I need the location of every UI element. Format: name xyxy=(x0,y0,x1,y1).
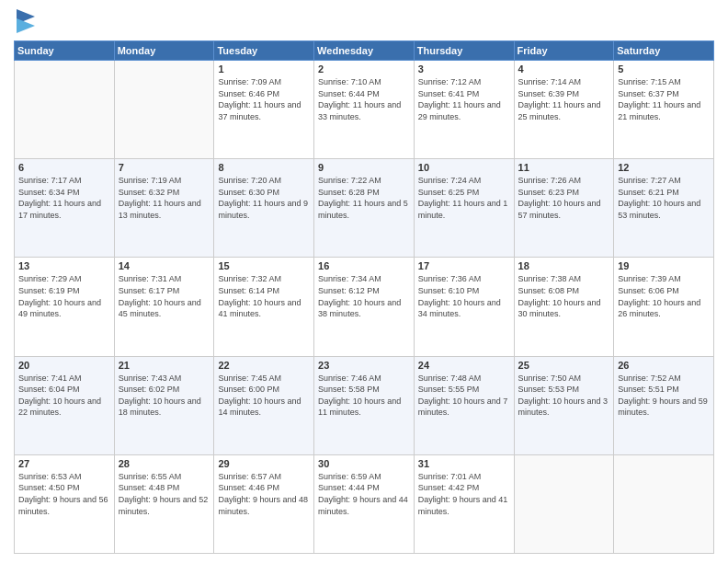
logo-icon xyxy=(17,9,35,35)
header xyxy=(14,9,714,35)
week-row-5: 27Sunrise: 6:53 AMSunset: 4:50 PMDayligh… xyxy=(15,454,714,553)
page: SundayMondayTuesdayWednesdayThursdayFrid… xyxy=(0,0,728,563)
day-number: 7 xyxy=(119,162,210,173)
day-number: 27 xyxy=(18,458,110,469)
cell-info: Sunrise: 7:38 AMSunset: 6:08 PMDaylight:… xyxy=(518,273,610,319)
day-number: 14 xyxy=(119,260,210,271)
day-number: 29 xyxy=(218,458,310,469)
calendar-cell: 26Sunrise: 7:52 AMSunset: 5:51 PMDayligh… xyxy=(614,356,714,454)
calendar-cell xyxy=(514,454,614,553)
cell-info: Sunrise: 7:34 AMSunset: 6:12 PMDaylight:… xyxy=(318,273,410,319)
col-header-friday: Friday xyxy=(514,41,614,61)
cell-info: Sunrise: 7:10 AMSunset: 6:44 PMDaylight:… xyxy=(318,76,410,122)
calendar-cell: 18Sunrise: 7:38 AMSunset: 6:08 PMDayligh… xyxy=(514,258,614,356)
col-header-wednesday: Wednesday xyxy=(314,41,415,61)
calendar-cell: 2Sunrise: 7:10 AMSunset: 6:44 PMDaylight… xyxy=(314,61,415,159)
calendar-cell: 8Sunrise: 7:20 AMSunset: 6:30 PMDaylight… xyxy=(214,159,314,258)
calendar-cell: 5Sunrise: 7:15 AMSunset: 6:37 PMDaylight… xyxy=(614,61,714,159)
day-number: 24 xyxy=(418,360,510,371)
calendar-cell: 27Sunrise: 6:53 AMSunset: 4:50 PMDayligh… xyxy=(15,454,115,553)
cell-info: Sunrise: 7:15 AMSunset: 6:37 PMDaylight:… xyxy=(618,76,710,122)
col-header-sunday: Sunday xyxy=(15,41,115,61)
calendar-cell: 17Sunrise: 7:36 AMSunset: 6:10 PMDayligh… xyxy=(414,258,514,356)
calendar-cell: 28Sunrise: 6:55 AMSunset: 4:48 PMDayligh… xyxy=(114,454,214,553)
svg-marker-1 xyxy=(17,18,35,33)
day-number: 4 xyxy=(518,63,610,75)
cell-info: Sunrise: 7:22 AMSunset: 6:28 PMDaylight:… xyxy=(318,175,410,221)
calendar-cell: 1Sunrise: 7:09 AMSunset: 6:46 PMDaylight… xyxy=(214,61,314,159)
cell-info: Sunrise: 6:57 AMSunset: 4:46 PMDaylight:… xyxy=(218,471,310,517)
day-number: 26 xyxy=(618,360,710,371)
day-number: 20 xyxy=(18,360,110,371)
cell-info: Sunrise: 7:46 AMSunset: 5:58 PMDaylight:… xyxy=(318,373,410,419)
cell-info: Sunrise: 7:01 AMSunset: 4:42 PMDaylight:… xyxy=(418,471,510,517)
day-number: 1 xyxy=(218,63,310,75)
cell-info: Sunrise: 7:17 AMSunset: 6:34 PMDaylight:… xyxy=(18,175,110,221)
calendar-cell: 3Sunrise: 7:12 AMSunset: 6:41 PMDaylight… xyxy=(414,61,514,159)
calendar-cell xyxy=(15,61,115,159)
day-number: 8 xyxy=(218,162,310,173)
day-number: 15 xyxy=(218,260,310,271)
calendar-cell: 14Sunrise: 7:31 AMSunset: 6:17 PMDayligh… xyxy=(114,258,214,356)
day-number: 9 xyxy=(318,162,410,173)
calendar-cell: 23Sunrise: 7:46 AMSunset: 5:58 PMDayligh… xyxy=(314,356,415,454)
calendar-cell: 7Sunrise: 7:19 AMSunset: 6:32 PMDaylight… xyxy=(114,159,214,258)
day-number: 22 xyxy=(218,360,310,371)
day-number: 10 xyxy=(418,162,510,173)
cell-info: Sunrise: 7:24 AMSunset: 6:25 PMDaylight:… xyxy=(418,175,510,221)
cell-info: Sunrise: 7:31 AMSunset: 6:17 PMDaylight:… xyxy=(119,273,210,319)
col-header-thursday: Thursday xyxy=(414,41,514,61)
week-row-1: 1Sunrise: 7:09 AMSunset: 6:46 PMDaylight… xyxy=(15,61,714,159)
cell-info: Sunrise: 7:39 AMSunset: 6:06 PMDaylight:… xyxy=(618,273,710,319)
logo xyxy=(14,9,35,35)
calendar-cell xyxy=(614,454,714,553)
day-number: 31 xyxy=(418,458,510,469)
col-header-saturday: Saturday xyxy=(614,41,714,61)
calendar-cell: 22Sunrise: 7:45 AMSunset: 6:00 PMDayligh… xyxy=(214,356,314,454)
calendar-cell: 10Sunrise: 7:24 AMSunset: 6:25 PMDayligh… xyxy=(414,159,514,258)
calendar-cell: 15Sunrise: 7:32 AMSunset: 6:14 PMDayligh… xyxy=(214,258,314,356)
calendar-table: SundayMondayTuesdayWednesdayThursdayFrid… xyxy=(14,40,714,554)
cell-info: Sunrise: 7:27 AMSunset: 6:21 PMDaylight:… xyxy=(618,175,710,221)
day-number: 5 xyxy=(618,63,710,75)
day-number: 11 xyxy=(518,162,610,173)
calendar-cell: 21Sunrise: 7:43 AMSunset: 6:02 PMDayligh… xyxy=(114,356,214,454)
cell-info: Sunrise: 7:20 AMSunset: 6:30 PMDaylight:… xyxy=(218,175,310,221)
cell-info: Sunrise: 7:12 AMSunset: 6:41 PMDaylight:… xyxy=(418,76,510,122)
day-number: 28 xyxy=(119,458,210,469)
calendar-cell: 25Sunrise: 7:50 AMSunset: 5:53 PMDayligh… xyxy=(514,356,614,454)
day-number: 19 xyxy=(618,260,710,271)
cell-info: Sunrise: 7:43 AMSunset: 6:02 PMDaylight:… xyxy=(119,373,210,419)
cell-info: Sunrise: 7:29 AMSunset: 6:19 PMDaylight:… xyxy=(18,273,110,319)
calendar-cell: 9Sunrise: 7:22 AMSunset: 6:28 PMDaylight… xyxy=(314,159,415,258)
day-number: 30 xyxy=(318,458,410,469)
cell-info: Sunrise: 6:59 AMSunset: 4:44 PMDaylight:… xyxy=(318,471,410,517)
week-row-3: 13Sunrise: 7:29 AMSunset: 6:19 PMDayligh… xyxy=(15,258,714,356)
day-number: 2 xyxy=(318,63,410,75)
cell-info: Sunrise: 7:50 AMSunset: 5:53 PMDaylight:… xyxy=(518,373,610,419)
cell-info: Sunrise: 6:55 AMSunset: 4:48 PMDaylight:… xyxy=(119,471,210,517)
cell-info: Sunrise: 7:48 AMSunset: 5:55 PMDaylight:… xyxy=(418,373,510,419)
day-number: 18 xyxy=(518,260,610,271)
cell-info: Sunrise: 7:36 AMSunset: 6:10 PMDaylight:… xyxy=(418,273,510,319)
calendar-cell: 29Sunrise: 6:57 AMSunset: 4:46 PMDayligh… xyxy=(214,454,314,553)
cell-info: Sunrise: 7:52 AMSunset: 5:51 PMDaylight:… xyxy=(618,373,710,419)
calendar-cell: 19Sunrise: 7:39 AMSunset: 6:06 PMDayligh… xyxy=(614,258,714,356)
calendar-cell: 31Sunrise: 7:01 AMSunset: 4:42 PMDayligh… xyxy=(414,454,514,553)
cell-info: Sunrise: 7:19 AMSunset: 6:32 PMDaylight:… xyxy=(119,175,210,221)
calendar-cell: 16Sunrise: 7:34 AMSunset: 6:12 PMDayligh… xyxy=(314,258,415,356)
calendar-cell: 24Sunrise: 7:48 AMSunset: 5:55 PMDayligh… xyxy=(414,356,514,454)
cell-info: Sunrise: 7:09 AMSunset: 6:46 PMDaylight:… xyxy=(218,76,310,122)
day-number: 6 xyxy=(18,162,110,173)
calendar-cell: 6Sunrise: 7:17 AMSunset: 6:34 PMDaylight… xyxy=(15,159,115,258)
day-number: 21 xyxy=(119,360,210,371)
day-number: 3 xyxy=(418,63,510,75)
day-number: 13 xyxy=(18,260,110,271)
calendar-cell: 20Sunrise: 7:41 AMSunset: 6:04 PMDayligh… xyxy=(15,356,115,454)
day-number: 12 xyxy=(618,162,710,173)
col-header-tuesday: Tuesday xyxy=(214,41,314,61)
day-number: 25 xyxy=(518,360,610,371)
day-number: 17 xyxy=(418,260,510,271)
calendar-cell: 11Sunrise: 7:26 AMSunset: 6:23 PMDayligh… xyxy=(514,159,614,258)
calendar-cell: 4Sunrise: 7:14 AMSunset: 6:39 PMDaylight… xyxy=(514,61,614,159)
